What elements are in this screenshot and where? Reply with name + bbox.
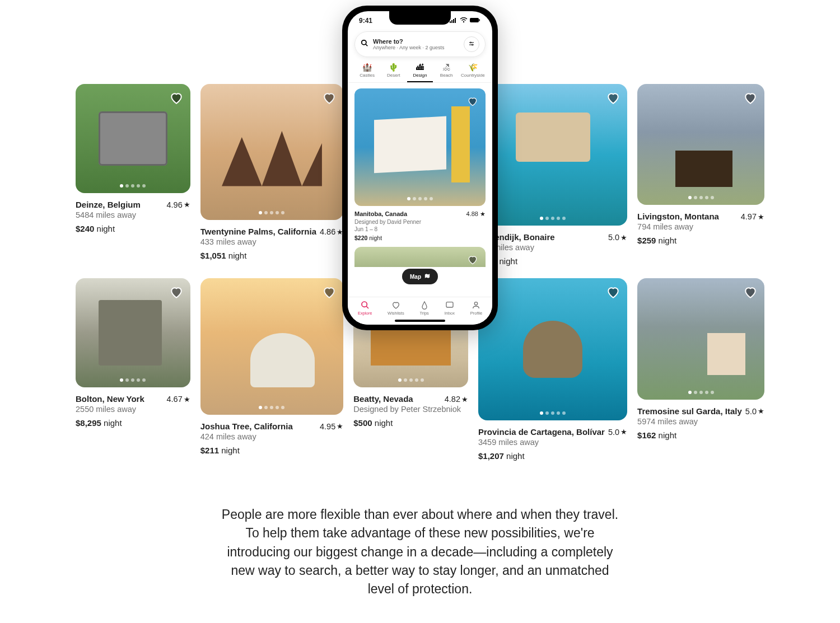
listing-subtitle: 159 miles away <box>478 243 627 252</box>
wishlist-heart-button[interactable] <box>465 94 480 109</box>
listing-price: $1,051 night <box>200 251 344 260</box>
listing-subtitle: 424 miles away <box>200 432 344 441</box>
listing-subtitle: 2550 miles away <box>76 405 190 414</box>
category-tab-beach[interactable]: 🏖 Beach <box>434 63 459 82</box>
wishlist-heart-button[interactable] <box>322 91 337 105</box>
category-tab-castles[interactable]: 🏰 Castles <box>354 63 380 82</box>
listing-title: Deinze, Belgium <box>76 200 141 209</box>
svg-rect-3 <box>455 18 456 23</box>
listing-subtitle: 794 miles away <box>637 222 764 231</box>
listing-title: Bolton, New York <box>76 394 144 404</box>
phone-mockup: 9:41 Where to? <box>342 6 498 330</box>
listing-subtitle: 5484 miles away <box>76 210 190 219</box>
star-icon: ★ <box>184 395 190 404</box>
phone-listing-dates: Jun 1 – 8 <box>354 226 486 232</box>
listing-rating: 4.67 ★ <box>167 395 190 404</box>
image-pagination-dots <box>259 211 284 214</box>
listing-price: $721 night <box>478 256 627 266</box>
filter-button[interactable] <box>464 36 479 52</box>
listing-price: $8,295 night <box>76 418 190 428</box>
listing-title: Livingston, Montana <box>637 212 719 221</box>
listing-card[interactable]: Tremosine sul Garda, Italy 5.0 ★ 5974 mi… <box>637 278 764 460</box>
category-label: Beach <box>440 73 453 78</box>
svg-point-4 <box>463 21 464 22</box>
listing-image[interactable] <box>76 278 190 387</box>
listing-price: $259 night <box>637 236 764 245</box>
tab-inbox[interactable]: Inbox <box>445 301 455 316</box>
wishlist-heart-button[interactable] <box>322 285 337 299</box>
status-icons <box>450 17 481 25</box>
star-icon: ★ <box>758 407 764 415</box>
wishlist-heart-button[interactable] <box>169 91 184 105</box>
wishlist-heart-button[interactable] <box>606 91 620 105</box>
phone-screen: 9:41 Where to? <box>348 11 492 325</box>
battery-icon <box>470 17 481 25</box>
category-label: Design <box>413 73 427 78</box>
category-label: Castles <box>360 73 375 78</box>
search-text: Where to? Anywhere · Any week · 2 guests <box>373 38 459 50</box>
heart-icon <box>391 301 400 310</box>
logo-icon <box>420 301 429 310</box>
svg-rect-0 <box>450 21 451 23</box>
tab-label: Inbox <box>445 311 455 316</box>
map-button[interactable]: Map <box>402 269 438 284</box>
stage: Deinze, Belgium 4.96 ★ 5484 miles away $… <box>76 6 764 461</box>
listing-card[interactable]: Twentynine Palms, California 4.86 ★ 433 … <box>200 84 344 266</box>
listing-image[interactable] <box>637 278 764 399</box>
wishlist-heart-button[interactable] <box>743 91 758 105</box>
image-pagination-dots <box>540 411 566 415</box>
category-tab-design[interactable]: 🏙 Design <box>407 63 432 82</box>
listing-card[interactable]: Livingston, Montana 4.97 ★ 794 miles awa… <box>637 84 764 266</box>
chat-icon <box>445 301 454 310</box>
phone-listing-title: Manitoba, Canada <box>354 210 407 218</box>
signal-icon <box>450 17 458 25</box>
marketing-description: People are more flexible than ever about… <box>218 505 622 599</box>
listing-subtitle: 3459 miles away <box>478 438 627 447</box>
listing-card[interactable]: Joshua Tree, California 4.95 ★ 424 miles… <box>200 278 344 460</box>
listing-price: $162 night <box>637 430 764 440</box>
listing-rating: 5.0 ★ <box>608 428 627 437</box>
status-time: 9:41 <box>359 17 372 25</box>
listing-image[interactable] <box>478 278 627 420</box>
phone-listing-image[interactable] <box>354 247 486 267</box>
tab-profile[interactable]: Profile <box>470 301 482 316</box>
listing-card[interactable]: Bolton, New York 4.67 ★ 2550 miles away … <box>76 278 190 460</box>
map-label: Map <box>410 274 421 280</box>
svg-line-8 <box>366 44 368 46</box>
wishlist-heart-button[interactable] <box>169 285 184 299</box>
category-tab-countryside[interactable]: 🌾 Countryside <box>460 63 486 82</box>
svg-line-14 <box>366 306 368 308</box>
tab-wishlists[interactable]: Wishlists <box>388 301 404 316</box>
phone-listing-price: $220 night <box>354 235 486 241</box>
phone-listing-card[interactable]: Manitoba, Canada 4.88 ★ Designed by Davi… <box>354 88 486 241</box>
category-label: Countryside <box>461 73 485 78</box>
listing-image[interactable] <box>637 84 764 205</box>
listing-image[interactable] <box>200 84 344 220</box>
image-pagination-dots <box>407 197 433 200</box>
image-pagination-dots <box>120 184 146 188</box>
tab-explore[interactable]: Explore <box>358 301 372 316</box>
phone-listing-scroll[interactable]: Manitoba, Canada 4.88 ★ Designed by Davi… <box>348 83 492 325</box>
category-icon: 🏰 <box>362 63 372 72</box>
listing-card[interactable]: Provincia de Cartagena, Bolívar 5.0 ★ 34… <box>478 278 627 460</box>
wishlist-heart-button[interactable] <box>606 285 620 299</box>
listing-image[interactable] <box>478 84 627 226</box>
tab-trips[interactable]: Trips <box>419 301 428 316</box>
listing-card[interactable]: Deinze, Belgium 4.96 ★ 5484 miles away $… <box>76 84 190 266</box>
listing-card[interactable]: Kralendijk, Bonaire 5.0 ★ 159 miles away… <box>478 84 627 266</box>
wishlist-heart-button[interactable] <box>743 285 758 299</box>
phone-listing-card[interactable] <box>354 247 486 267</box>
category-tabs: 🏰 Castles🌵 Desert🏙 Design🏖 Beach🌾 Countr… <box>348 59 492 83</box>
phone-listing-rating: 4.88 ★ <box>466 210 486 218</box>
listing-rating: 4.82 ★ <box>445 395 468 404</box>
category-icon: 🌵 <box>389 63 398 72</box>
listing-image[interactable] <box>200 278 344 414</box>
star-icon: ★ <box>620 428 627 436</box>
wishlist-heart-button[interactable] <box>465 252 480 267</box>
listing-image[interactable] <box>76 84 190 193</box>
search-bar[interactable]: Where to? Anywhere · Any week · 2 guests <box>354 31 486 57</box>
listing-rating: 5.0 ★ <box>608 233 627 242</box>
category-tab-desert[interactable]: 🌵 Desert <box>381 63 406 82</box>
phone-listing-image[interactable] <box>354 88 486 206</box>
star-icon: ★ <box>184 200 190 209</box>
